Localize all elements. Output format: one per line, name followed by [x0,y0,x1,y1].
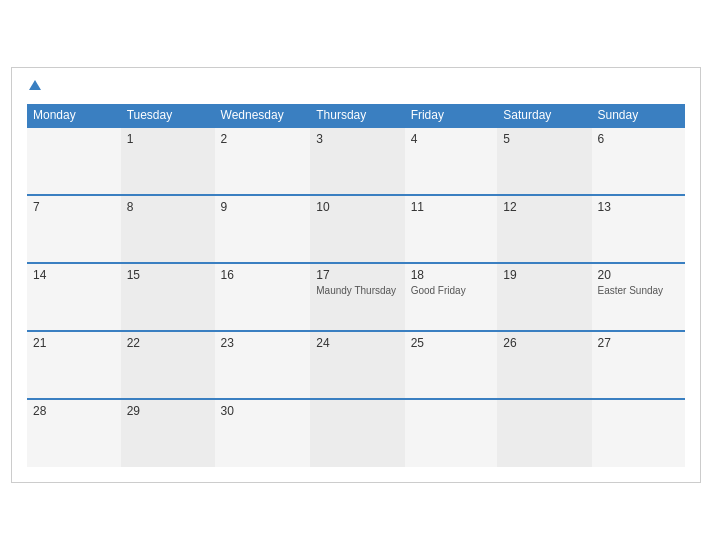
day-event: Good Friday [411,285,492,296]
day-number: 3 [316,132,398,146]
calendar-cell: 14 [27,263,121,331]
day-number: 24 [316,336,398,350]
calendar-cell: 4 [405,127,498,195]
day-number: 29 [127,404,209,418]
calendar-cell: 5 [497,127,591,195]
day-number: 5 [503,132,585,146]
calendar-cell [405,399,498,467]
weekday-header-tuesday: Tuesday [121,104,215,127]
day-number: 19 [503,268,585,282]
weekday-header-thursday: Thursday [310,104,404,127]
calendar-cell: 9 [215,195,311,263]
calendar-cell [310,399,404,467]
day-number: 15 [127,268,209,282]
calendar-cell: 15 [121,263,215,331]
calendar-cell [27,127,121,195]
day-number: 6 [598,132,680,146]
calendar-cell: 26 [497,331,591,399]
day-number: 16 [221,268,305,282]
week-row-5: 282930 [27,399,685,467]
day-number: 14 [33,268,115,282]
day-number: 20 [598,268,680,282]
day-event: Easter Sunday [598,285,680,296]
calendar-cell: 10 [310,195,404,263]
day-number: 9 [221,200,305,214]
day-number: 22 [127,336,209,350]
calendar-cell: 12 [497,195,591,263]
day-number: 1 [127,132,209,146]
logo [27,78,41,94]
weekday-header-monday: Monday [27,104,121,127]
day-number: 10 [316,200,398,214]
calendar-container: MondayTuesdayWednesdayThursdayFridaySatu… [11,67,701,483]
day-number: 18 [411,268,492,282]
calendar-cell: 11 [405,195,498,263]
calendar-cell [592,399,686,467]
calendar-body: 1234567891011121314151617Maundy Thursday… [27,127,685,467]
week-row-3: 14151617Maundy Thursday18Good Friday1920… [27,263,685,331]
calendar-cell: 19 [497,263,591,331]
calendar-cell: 21 [27,331,121,399]
calendar-cell: 3 [310,127,404,195]
calendar-cell: 20Easter Sunday [592,263,686,331]
day-number: 4 [411,132,492,146]
calendar-cell: 2 [215,127,311,195]
day-number: 25 [411,336,492,350]
calendar-cell: 30 [215,399,311,467]
day-number: 8 [127,200,209,214]
logo-triangle-icon [29,80,41,90]
day-number: 28 [33,404,115,418]
calendar-cell: 25 [405,331,498,399]
day-number: 7 [33,200,115,214]
calendar-cell: 27 [592,331,686,399]
calendar-cell [497,399,591,467]
calendar-cell: 29 [121,399,215,467]
calendar-cell: 18Good Friday [405,263,498,331]
calendar-cell: 1 [121,127,215,195]
day-number: 17 [316,268,398,282]
calendar-cell: 6 [592,127,686,195]
calendar-cell: 24 [310,331,404,399]
day-number: 30 [221,404,305,418]
weekday-header-sunday: Sunday [592,104,686,127]
calendar-cell: 22 [121,331,215,399]
day-number: 11 [411,200,492,214]
calendar-header [27,78,685,94]
weekday-header-saturday: Saturday [497,104,591,127]
calendar-cell: 13 [592,195,686,263]
week-row-1: 123456 [27,127,685,195]
calendar-cell: 8 [121,195,215,263]
calendar-cell: 17Maundy Thursday [310,263,404,331]
day-number: 2 [221,132,305,146]
day-number: 26 [503,336,585,350]
day-number: 27 [598,336,680,350]
day-number: 23 [221,336,305,350]
weekday-header-wednesday: Wednesday [215,104,311,127]
calendar-cell: 28 [27,399,121,467]
day-event: Maundy Thursday [316,285,398,296]
day-number: 13 [598,200,680,214]
calendar-cell: 23 [215,331,311,399]
calendar-cell: 16 [215,263,311,331]
week-row-2: 78910111213 [27,195,685,263]
weekday-header-friday: Friday [405,104,498,127]
week-row-4: 21222324252627 [27,331,685,399]
calendar-cell: 7 [27,195,121,263]
calendar-table: MondayTuesdayWednesdayThursdayFridaySatu… [27,104,685,467]
weekday-header-row: MondayTuesdayWednesdayThursdayFridaySatu… [27,104,685,127]
logo-top [27,78,41,94]
day-number: 21 [33,336,115,350]
day-number: 12 [503,200,585,214]
